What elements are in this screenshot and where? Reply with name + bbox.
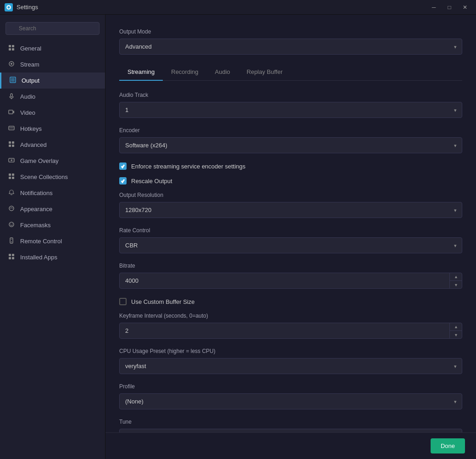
sidebar: 🔍 General Stream Output bbox=[0, 15, 105, 459]
rate-control-select-wrapper: CBR VBR ABR CRF ▾ bbox=[119, 237, 462, 253]
svg-rect-15 bbox=[10, 128, 11, 129]
tab-recording[interactable]: Recording bbox=[163, 64, 206, 81]
bitrate-spinbox-wrapper: ▲ ▼ bbox=[119, 273, 462, 289]
profile-select-wrapper: (None) baseline main high ▾ bbox=[119, 393, 462, 409]
sidebar-label-appearance: Appearance bbox=[20, 206, 52, 213]
audio-track-select[interactable]: 1 2 3 4 5 6 bbox=[119, 102, 462, 118]
sidebar-label-installed-apps: Installed Apps bbox=[20, 254, 57, 261]
installed-apps-icon bbox=[7, 253, 16, 261]
stream-icon bbox=[7, 61, 16, 68]
sidebar-label-remote-control: Remote Control bbox=[20, 238, 62, 245]
profile-label: Profile bbox=[119, 383, 462, 390]
sidebar-item-facemasks[interactable]: Facemasks bbox=[0, 217, 105, 233]
svg-rect-34 bbox=[10, 238, 13, 243]
encoder-select-wrapper: Software (x264) Hardware (NVENC) Hardwar… bbox=[119, 137, 462, 153]
general-icon bbox=[7, 45, 16, 52]
keyframe-label: Keyframe Interval (seconds, 0=auto) bbox=[119, 313, 462, 319]
titlebar-left: Settings bbox=[5, 3, 38, 11]
output-mode-select-wrapper: Advanced Simple ▾ bbox=[119, 39, 462, 55]
sidebar-item-installed-apps[interactable]: Installed Apps bbox=[0, 249, 105, 265]
svg-rect-5 bbox=[9, 48, 11, 50]
search-input[interactable] bbox=[6, 22, 100, 35]
custom-buffer-checkbox[interactable] bbox=[119, 298, 127, 305]
svg-rect-10 bbox=[11, 78, 15, 82]
enforce-checkbox-row: Enforce streaming service encoder settin… bbox=[119, 162, 462, 170]
svg-point-33 bbox=[12, 224, 13, 224]
svg-point-31 bbox=[9, 222, 14, 227]
bitrate-label: Bitrate bbox=[119, 263, 462, 269]
enforce-checkbox[interactable] bbox=[119, 162, 127, 170]
sidebar-label-stream: Stream bbox=[20, 61, 39, 68]
sidebar-item-appearance[interactable]: Appearance bbox=[0, 201, 105, 217]
sidebar-label-hotkeys: Hotkeys bbox=[20, 125, 42, 132]
window-title: Settings bbox=[17, 4, 38, 11]
output-mode-select[interactable]: Advanced Simple bbox=[119, 39, 462, 55]
audio-icon bbox=[7, 93, 16, 101]
svg-rect-16 bbox=[11, 128, 12, 129]
keyframe-spinbox-wrapper: ▲ ▼ bbox=[119, 323, 462, 339]
keyframe-up-button[interactable]: ▲ bbox=[450, 323, 462, 331]
sidebar-label-general: General bbox=[20, 45, 41, 52]
output-resolution-label: Output Resolution bbox=[119, 192, 462, 198]
sidebar-item-remote-control[interactable]: Remote Control bbox=[0, 233, 105, 249]
custom-buffer-checkbox-row: Use Custom Buffer Size bbox=[119, 298, 462, 305]
svg-rect-3 bbox=[9, 45, 11, 47]
sidebar-label-notifications: Notifications bbox=[20, 190, 53, 196]
svg-rect-4 bbox=[12, 45, 14, 47]
sidebar-item-notifications[interactable]: Notifications bbox=[0, 185, 105, 201]
svg-rect-17 bbox=[12, 128, 13, 129]
encoder-select[interactable]: Software (x264) Hardware (NVENC) Hardwar… bbox=[119, 137, 462, 153]
notifications-icon bbox=[7, 189, 16, 197]
sidebar-item-scene-collections[interactable]: Scene Collections bbox=[0, 169, 105, 185]
sidebar-item-game-overlay[interactable]: Game Overlay bbox=[0, 153, 105, 169]
game-overlay-icon bbox=[7, 157, 16, 165]
output-icon bbox=[9, 77, 17, 84]
app-container: 🔍 General Stream Output bbox=[0, 15, 476, 459]
cpu-preset-label: CPU Usage Preset (higher = less CPU) bbox=[119, 348, 462, 354]
output-resolution-select-wrapper: 1280x720 1920x1080 1280x800 1024x768 ▾ bbox=[119, 202, 462, 218]
rate-control-select[interactable]: CBR VBR ABR CRF bbox=[119, 237, 462, 253]
sidebar-item-general[interactable]: General bbox=[0, 40, 105, 56]
scene-collections-icon bbox=[7, 173, 16, 181]
maximize-button[interactable]: □ bbox=[443, 2, 456, 12]
app-icon bbox=[5, 3, 13, 11]
minimize-button[interactable]: ─ bbox=[427, 2, 440, 12]
sidebar-item-hotkeys[interactable]: Hotkeys bbox=[0, 121, 105, 137]
rate-control-label: Rate Control bbox=[119, 227, 462, 234]
sidebar-item-video[interactable]: Video bbox=[0, 105, 105, 121]
sidebar-item-output[interactable]: Output bbox=[0, 73, 105, 89]
tab-streaming[interactable]: Streaming bbox=[119, 64, 163, 81]
sidebar-item-stream[interactable]: Stream bbox=[0, 56, 105, 73]
svg-rect-21 bbox=[12, 145, 14, 147]
close-button[interactable]: ✕ bbox=[459, 2, 471, 12]
bitrate-up-button[interactable]: ▲ bbox=[450, 273, 462, 281]
svg-rect-26 bbox=[9, 174, 11, 176]
svg-point-2 bbox=[8, 6, 10, 8]
bitrate-input[interactable] bbox=[119, 273, 462, 289]
tab-replay-buffer[interactable]: Replay Buffer bbox=[238, 64, 291, 81]
output-resolution-select[interactable]: 1280x720 1920x1080 1280x800 1024x768 bbox=[119, 202, 462, 218]
advanced-icon bbox=[7, 141, 16, 149]
sidebar-label-output: Output bbox=[22, 77, 39, 84]
sidebar-label-facemasks: Facemasks bbox=[20, 222, 50, 229]
custom-buffer-label: Use Custom Buffer Size bbox=[131, 298, 194, 305]
cpu-preset-select[interactable]: ultrafast superfast veryfast faster fast… bbox=[119, 358, 462, 374]
output-mode-label: Output Mode bbox=[119, 28, 462, 35]
svg-rect-6 bbox=[12, 48, 14, 50]
sidebar-item-advanced[interactable]: Advanced bbox=[0, 137, 105, 153]
keyframe-down-button[interactable]: ▼ bbox=[450, 331, 462, 339]
svg-point-30 bbox=[9, 206, 14, 211]
keyframe-input[interactable] bbox=[119, 323, 462, 339]
search-container: 🔍 bbox=[0, 19, 105, 40]
hotkeys-icon bbox=[7, 125, 16, 133]
tab-audio[interactable]: Audio bbox=[207, 64, 238, 81]
svg-rect-20 bbox=[9, 145, 11, 147]
sidebar-item-audio[interactable]: Audio bbox=[0, 89, 105, 105]
done-button[interactable]: Done bbox=[431, 438, 465, 453]
rescale-checkbox[interactable] bbox=[119, 177, 127, 185]
svg-rect-27 bbox=[12, 174, 14, 176]
bitrate-down-button[interactable]: ▼ bbox=[450, 281, 462, 289]
profile-select[interactable]: (None) baseline main high bbox=[119, 393, 462, 409]
svg-point-32 bbox=[10, 224, 11, 224]
search-wrapper: 🔍 bbox=[6, 22, 100, 35]
